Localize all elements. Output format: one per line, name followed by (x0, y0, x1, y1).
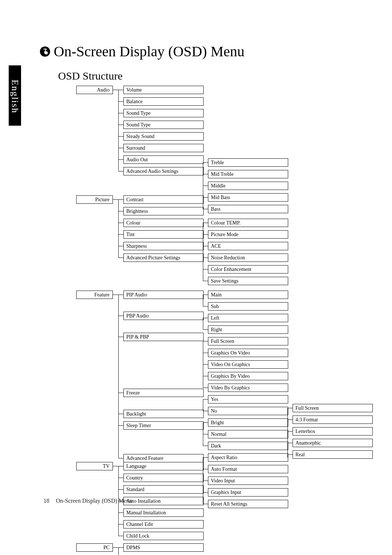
svg-text:Right: Right (211, 327, 222, 332)
svg-text:Advanced Feature: Advanced Feature (126, 455, 163, 461)
svg-text:Volume: Volume (126, 87, 142, 93)
svg-text:Bass: Bass (211, 206, 220, 212)
svg-text:Sub: Sub (211, 304, 219, 309)
svg-text:PBP Audio: PBP Audio (126, 313, 149, 319)
svg-text:Letterbox: Letterbox (295, 429, 315, 434)
svg-text:ACE: ACE (211, 243, 221, 249)
svg-text:Full Screen: Full Screen (295, 405, 319, 411)
svg-text:Sound Type: Sound Type (126, 122, 151, 127)
svg-text:Color Enhancement: Color Enhancement (211, 267, 252, 272)
svg-rect-161 (208, 302, 288, 310)
svg-text:Colour TEMP.: Colour TEMP. (211, 220, 240, 226)
svg-text:Dark: Dark (211, 443, 221, 449)
osd-tree-diagram: AudioPictureFeatureTVPCVolumeBalanceSoun… (0, 0, 392, 555)
svg-text:Real: Real (295, 452, 305, 457)
svg-text:Left: Left (211, 315, 219, 321)
page-number: 18 (38, 498, 49, 504)
svg-text:Normal: Normal (211, 432, 226, 437)
svg-text:Main: Main (211, 292, 222, 297)
svg-text:Auto Format: Auto Format (211, 466, 237, 472)
footer-section: On-Screen Display (OSD) Menu (56, 498, 132, 504)
svg-text:DPMS: DPMS (126, 545, 140, 550)
svg-text:Channel Edit: Channel Edit (126, 522, 153, 527)
svg-text:Audio: Audio (97, 87, 110, 93)
svg-text:Colour: Colour (126, 220, 140, 226)
svg-text:Mid Bass: Mid Bass (211, 195, 230, 200)
svg-text:Graphics By Video: Graphics By Video (211, 373, 250, 379)
svg-text:Picture Mode: Picture Mode (211, 232, 238, 237)
svg-text:Sharpness: Sharpness (126, 243, 147, 249)
svg-text:Country: Country (126, 475, 143, 481)
svg-text:Yes: Yes (211, 397, 218, 402)
svg-rect-194 (208, 407, 288, 415)
svg-text:Sound Type: Sound Type (126, 110, 151, 116)
svg-text:Freeze: Freeze (126, 390, 140, 396)
svg-text:Advanced Audio Settings: Advanced Audio Settings (126, 169, 178, 174)
svg-text:Graphics Input: Graphics Input (211, 490, 241, 495)
svg-text:Surround: Surround (126, 145, 145, 151)
svg-text:Aspect Ratio: Aspect Ratio (211, 455, 237, 460)
svg-text:Manual Installation: Manual Installation (126, 510, 166, 515)
svg-text:Language: Language (126, 463, 146, 469)
svg-rect-42 (123, 230, 203, 238)
page-footer: 18 On-Screen Display (OSD) Menu (38, 498, 132, 504)
svg-text:Mid Treble: Mid Treble (211, 171, 234, 177)
svg-text:Save Settings: Save Settings (211, 278, 238, 284)
svg-text:Backlight: Backlight (126, 411, 146, 417)
svg-text:Graphics On Video: Graphics On Video (211, 350, 250, 356)
svg-text:Child Lock: Child Lock (126, 533, 149, 539)
svg-text:Noise Reduction: Noise Reduction (211, 255, 245, 260)
page: English 7 On-Screen Display (OSD) Menu O… (0, 0, 392, 555)
svg-text:No: No (211, 408, 217, 414)
svg-text:PIP & PBP: PIP & PBP (126, 334, 149, 340)
svg-text:Feature: Feature (94, 292, 110, 297)
svg-rect-167 (208, 314, 288, 322)
svg-text:Picture: Picture (95, 197, 110, 202)
svg-text:Video On Graphics: Video On Graphics (211, 362, 250, 367)
svg-text:Tint: Tint (126, 232, 135, 237)
svg-text:Contrast: Contrast (126, 197, 144, 202)
svg-text:Reset All Settings: Reset All Settings (211, 501, 247, 507)
svg-text:PC: PC (103, 545, 110, 550)
svg-text:Video By Graphics: Video By Graphics (211, 385, 250, 390)
svg-text:Brightness: Brightness (126, 208, 148, 214)
svg-text:Advanced Picture Settings: Advanced Picture Settings (126, 255, 180, 260)
svg-text:Bright: Bright (211, 420, 224, 425)
svg-text:Sleep Timer: Sleep Timer (126, 423, 151, 428)
svg-text:Treble: Treble (211, 160, 224, 165)
svg-text:Middle: Middle (211, 183, 225, 189)
svg-text:Audio Out: Audio Out (126, 157, 148, 162)
svg-text:Standard: Standard (126, 487, 144, 492)
svg-rect-192 (208, 395, 288, 403)
svg-text:Balance: Balance (126, 99, 143, 104)
svg-text:4:3 Format: 4:3 Format (295, 417, 318, 422)
svg-text:TV: TV (103, 463, 110, 469)
svg-text:PIP Audio: PIP Audio (126, 292, 147, 297)
svg-text:Steady Sound: Steady Sound (126, 134, 154, 139)
svg-text:Video Input: Video Input (211, 478, 235, 483)
svg-text:Full Screen: Full Screen (211, 339, 234, 344)
svg-text:Anamorphic: Anamorphic (295, 440, 321, 446)
